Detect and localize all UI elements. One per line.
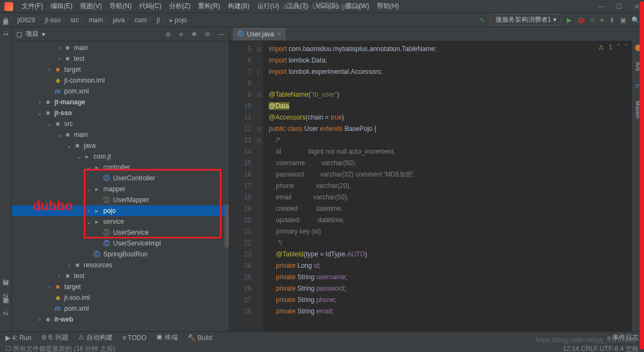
tree-row[interactable]: ›■test (12, 53, 229, 64)
source-text[interactable]: import com.baomidou.mybatisplus.annotati… (263, 41, 632, 331)
menu-item[interactable]: 运行(U) (254, 1, 283, 12)
menu-item[interactable]: 视图(V) (77, 1, 105, 12)
run-tab[interactable]: ▶ 4: Run (5, 334, 32, 342)
update-icon[interactable]: ⬇ (609, 16, 615, 24)
menu-item[interactable]: 导航(N) (106, 1, 135, 12)
maximize-icon[interactable]: ☐ (616, 3, 622, 10)
expand-icon[interactable]: ⌄ (85, 164, 92, 171)
tree-row[interactable]: ⌄▸mapper (12, 184, 229, 194)
expand-icon[interactable]: ⌄ (85, 218, 92, 225)
window-controls[interactable]: — ☐ ✕ (598, 3, 640, 10)
structure-icon[interactable]: ▣ (620, 16, 626, 24)
expand-icon[interactable]: › (55, 44, 63, 52)
hide-icon[interactable]: — (218, 30, 225, 38)
menu-item[interactable]: 分析(Z) (166, 1, 194, 12)
breadcrumb-item[interactable]: java (113, 16, 125, 24)
tree-row[interactable]: ›■test (12, 271, 229, 281)
left-tool-strip[interactable]: 1: 项目 Z: 结构 2: 收藏 (0, 27, 12, 331)
menu-item[interactable]: 文件(F) (18, 1, 46, 12)
expand-icon[interactable]: › (46, 66, 53, 73)
fold-gutter[interactable]: ⊟ ⌋ ⊟ ⊟⊟ (257, 41, 263, 331)
scrollbar[interactable] (225, 204, 229, 248)
collapse-icon[interactable]: ≑ (178, 30, 184, 38)
breadcrumb-item[interactable]: com (134, 16, 147, 24)
expand-icon[interactable]: › (55, 55, 63, 62)
menu-item[interactable]: 构建(B) (225, 1, 253, 12)
structure-tool-tab[interactable]: Z: 结构 (2, 291, 10, 298)
inspection-widget[interactable]: ⚠ 1 ˄ ˅ (598, 43, 628, 51)
breadcrumb-item[interactable]: jt (157, 16, 160, 24)
tree-row[interactable]: ◆jt-common.iml (12, 75, 229, 86)
back-icon[interactable]: ↖ (480, 16, 485, 24)
tree-row[interactable]: ⌄▸controller (12, 162, 229, 173)
project-tool-tab[interactable]: 1: 项目 (2, 29, 10, 36)
expand-icon[interactable]: ⌄ (36, 109, 44, 117)
tree-row[interactable]: ⒾUserMapper (12, 194, 229, 205)
expand-icon[interactable]: › (36, 98, 44, 106)
tree-row[interactable]: ›■resources (12, 260, 229, 271)
tree-row[interactable]: ⒸUserServiceImpl (12, 238, 229, 249)
target-icon[interactable]: ⊕ (165, 30, 171, 38)
breadcrumb-item[interactable]: jt-sso (45, 16, 61, 24)
tree-row[interactable]: ⒸUserController (12, 173, 229, 184)
expand-icon[interactable]: ⌄ (75, 153, 83, 160)
run-icon[interactable]: ▶ (567, 16, 572, 24)
expand-icon[interactable]: ⌄ (46, 120, 53, 128)
breadcrumb-item[interactable]: main (89, 16, 103, 24)
expand-icon[interactable]: › (46, 283, 53, 291)
tree-row[interactable]: mpom.xml (12, 303, 229, 314)
tree-row[interactable]: ›■jt-manage (12, 97, 229, 108)
tree-row[interactable]: ⌄■java (12, 140, 229, 151)
tab-user-java[interactable]: Ⓒ User.java × (233, 28, 286, 40)
search-icon[interactable]: 🔍 (631, 16, 640, 24)
breadcrumb-item[interactable]: src (70, 16, 79, 24)
terminal-tab[interactable]: ▣ 终端 (156, 333, 177, 342)
tree-row[interactable]: ⌄■main (12, 129, 229, 140)
tree-row[interactable]: ›■main (12, 42, 229, 53)
chevron-down-icon[interactable]: ˅ (624, 43, 628, 51)
expand-icon[interactable]: ⌄ (85, 185, 92, 193)
breadcrumb-item[interactable]: pojo (175, 16, 187, 24)
favorites-tool-tab[interactable]: 2: 收藏 (2, 309, 10, 315)
tree-row[interactable]: mpom.xml (12, 86, 229, 97)
settings-icon[interactable]: ⚙ (205, 30, 210, 38)
coverage-icon[interactable]: ⎋ (591, 16, 595, 24)
menu-item[interactable]: 帮助(H) (374, 1, 403, 12)
tree-row[interactable]: ›▸pojo (12, 205, 229, 216)
close-icon[interactable]: ✕ (634, 3, 640, 10)
expand-icon[interactable]: › (85, 207, 92, 215)
tree-row[interactable]: ⌄▸com.jt (12, 151, 229, 162)
expand-icon[interactable]: › (36, 316, 44, 323)
tree-row[interactable]: ⌄▸service (12, 216, 229, 227)
tree-row[interactable]: ⒸSpringBootRun (12, 249, 229, 260)
breadcrumb-item[interactable]: jt0829 (17, 16, 35, 24)
tree-row[interactable]: ◆jt-sso.iml (12, 292, 229, 303)
menu-item[interactable]: 代码(C) (136, 1, 165, 12)
dropdown-icon[interactable]: ▾ (42, 30, 45, 38)
tree-row[interactable]: ›■target (12, 281, 229, 292)
todo-tab[interactable]: ≡ TODO (122, 334, 147, 342)
tab-close-icon[interactable]: × (277, 30, 281, 38)
run-config-select[interactable]: 微服务架构消费者1 ▾ (491, 14, 561, 26)
minimize-icon[interactable]: — (598, 3, 604, 10)
tree-row[interactable]: ⌄■jt-sso (12, 108, 229, 118)
tree-row[interactable]: ⒾUserService (12, 227, 229, 238)
problems-tab[interactable]: ⊘ 6: 问题 (41, 333, 69, 342)
debug-icon[interactable]: 🐞 (577, 16, 585, 24)
tree-row[interactable]: ›■target (12, 64, 229, 75)
auto-build-tab[interactable]: ⚠ 自动构建 (78, 333, 112, 342)
tree-row[interactable]: ›■it-web (12, 314, 229, 325)
expand-icon[interactable]: › (55, 272, 63, 280)
code-editor[interactable]: 5678910111213141516171819202122232425262… (230, 41, 632, 331)
editor-tabs[interactable]: Ⓒ User.java × (230, 27, 632, 41)
gear-icon[interactable]: ✱ (191, 30, 197, 38)
build-tab[interactable]: 🔨 Build (188, 334, 212, 342)
expand-icon[interactable]: › (65, 261, 73, 269)
breadcrumb-item[interactable]: jt (4, 16, 8, 24)
status-position[interactable]: 12:14 CRLF UTF-8 4 空格 (563, 344, 639, 353)
project-tree[interactable]: ›■main›■test›■target◆jt-common.imlmpom.x… (12, 41, 229, 331)
expand-icon[interactable]: ⌄ (65, 142, 73, 149)
menu-item[interactable]: 重构(R) (195, 1, 224, 12)
chevron-up-icon[interactable]: ˄ (617, 43, 620, 51)
expand-icon[interactable]: ⌄ (55, 131, 63, 139)
